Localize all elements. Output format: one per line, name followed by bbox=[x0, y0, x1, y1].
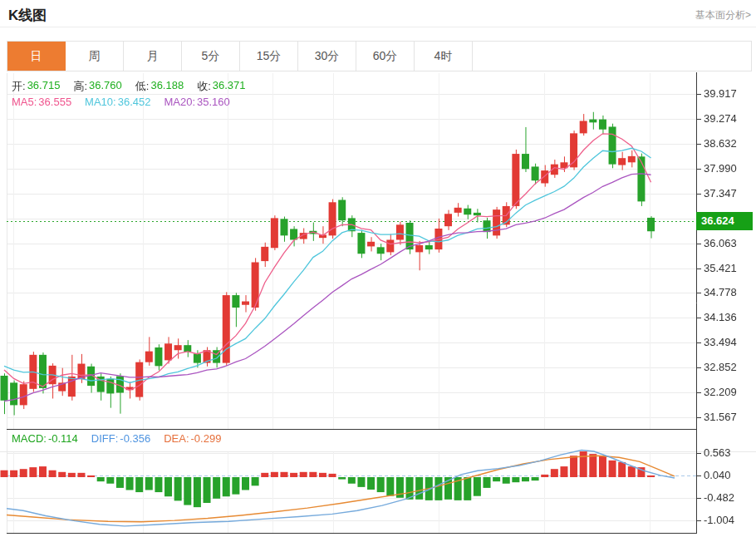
ohlc-readout: 开:36.715 高:36.760 低:36.188 收:36.371 bbox=[12, 79, 246, 94]
ma20-readout: MA20:35.160 bbox=[164, 96, 229, 108]
macd-readout: MACD:-0.114 DIFF:-0.356 DEA:-0.299 bbox=[12, 432, 221, 445]
diff-value-readout: DIFF:-0.356 bbox=[91, 432, 150, 445]
y-axis-label: 36.063 bbox=[704, 237, 737, 249]
y-axis-label: 39.274 bbox=[704, 112, 737, 125]
tab-60min[interactable]: 60分 bbox=[356, 42, 415, 71]
ma-readout: MA5:36.555 MA10:36.452 MA20:35.160 bbox=[12, 96, 230, 108]
kline-page: K线图 基本面分析> 日 周 月 5分 15分 30分 60分 4时 开:36.… bbox=[0, 0, 756, 537]
tab-30min[interactable]: 30分 bbox=[298, 42, 356, 71]
tab-day[interactable]: 日 bbox=[7, 42, 66, 71]
high-readout: 高:36.760 bbox=[73, 79, 121, 94]
y-axis-label: 37.990 bbox=[704, 162, 737, 175]
y-axis-label: 34.778 bbox=[704, 286, 737, 298]
ma10-readout: MA10:36.452 bbox=[85, 96, 150, 108]
tab-15min[interactable]: 15分 bbox=[240, 42, 298, 71]
y-axis-label: 32.852 bbox=[704, 361, 737, 373]
fundamental-analysis-link[interactable]: 基本面分析> bbox=[695, 8, 751, 22]
tab-month[interactable]: 月 bbox=[124, 42, 182, 71]
close-readout: 收:36.371 bbox=[197, 79, 245, 94]
dea-value-readout: DEA:-0.299 bbox=[164, 432, 221, 445]
y-axis-label: 35.421 bbox=[704, 262, 737, 274]
tab-4hour[interactable]: 4时 bbox=[415, 42, 473, 71]
current-price-tag: 36.624 bbox=[696, 212, 753, 230]
tab-5min[interactable]: 5分 bbox=[182, 42, 240, 71]
y-axis-label: 0.563 bbox=[704, 446, 731, 459]
ma5-readout: MA5:36.555 bbox=[12, 96, 71, 108]
macd-value-readout: MACD:-0.114 bbox=[12, 432, 78, 445]
y-axis-label: 33.494 bbox=[704, 336, 737, 348]
y-axis-label: -1.004 bbox=[704, 514, 734, 526]
y-axis-label: 0.040 bbox=[704, 469, 731, 481]
timeframe-tabs: 日 周 月 5分 15分 30分 60分 4时 bbox=[7, 41, 752, 71]
y-axis-label: -0.482 bbox=[704, 491, 734, 504]
y-axis-label: 39.917 bbox=[704, 87, 737, 100]
tab-week[interactable]: 周 bbox=[66, 42, 124, 71]
y-axis-label: 37.347 bbox=[704, 187, 737, 200]
page-header: K线图 基本面分析> bbox=[0, 0, 756, 27]
page-title: K线图 bbox=[8, 6, 47, 25]
y-axis-label: 32.209 bbox=[704, 386, 737, 398]
y-axis-label: 31.567 bbox=[704, 411, 737, 423]
low-readout: 低:36.188 bbox=[135, 79, 184, 94]
open-readout: 开:36.715 bbox=[12, 79, 60, 94]
y-axis-label: 38.632 bbox=[704, 137, 737, 150]
y-axis-label: 34.136 bbox=[704, 311, 737, 323]
